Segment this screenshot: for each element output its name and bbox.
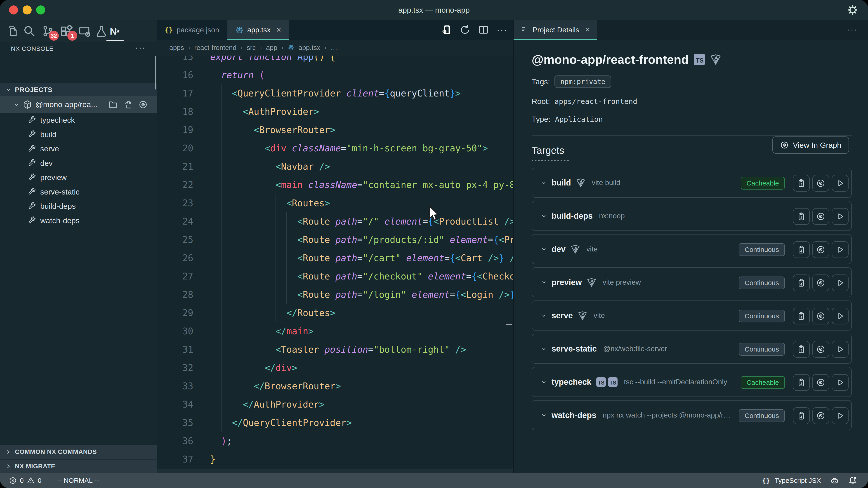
view-in-graph-target-button[interactable] — [812, 274, 829, 291]
chevron-down-icon[interactable] — [541, 346, 547, 352]
chevron-down-icon[interactable] — [541, 379, 547, 385]
close-tab-icon[interactable]: × — [585, 25, 590, 35]
code-line[interactable]: 32</div> — [157, 359, 513, 377]
chevron-down-icon[interactable] — [541, 213, 547, 219]
focus-target-icon[interactable] — [138, 100, 148, 109]
folder-icon[interactable] — [109, 100, 118, 109]
target-card[interactable]: watch-deps npx nx watch --projects @mono… — [532, 400, 852, 430]
run-target-button[interactable] — [832, 308, 848, 324]
nx-migrate-section[interactable]: NX MIGRATE — [0, 459, 157, 473]
chevron-down-icon[interactable] — [541, 313, 547, 318]
code-line[interactable]: 30</main> — [157, 322, 513, 340]
pane-more-actions-icon[interactable]: ··· — [135, 43, 146, 53]
code-line[interactable]: 15export function App() { — [157, 56, 513, 66]
target-card[interactable]: typecheck TS TS tsc --build --emitDeclar… — [532, 367, 852, 397]
explorer-icon[interactable] — [5, 24, 20, 38]
projects-section-header[interactable]: PROJECTS — [0, 84, 157, 96]
view-in-graph-target-button[interactable] — [812, 175, 829, 192]
code-line[interactable]: 34</AuthProvider> — [157, 395, 513, 414]
view-in-graph-target-button[interactable] — [812, 208, 829, 225]
panel-more-actions-icon[interactable]: ··· — [847, 25, 858, 35]
settings-gear-icon[interactable] — [846, 4, 859, 16]
language-mode[interactable]: {} TypeScript JSX — [762, 477, 821, 485]
code-line[interactable]: 25<Route path="/products/:id" element={<… — [157, 231, 513, 249]
copy-button[interactable] — [793, 408, 810, 424]
chevron-down-icon[interactable] — [541, 247, 547, 252]
code-line[interactable]: 17<QueryClientProvider client={queryClie… — [157, 84, 513, 103]
tab-package-json[interactable]: {} package.json — [157, 20, 227, 40]
copy-button[interactable] — [793, 341, 810, 358]
copy-button[interactable] — [793, 175, 810, 192]
bell-icon[interactable] — [848, 476, 857, 485]
problems-status[interactable]: 0 0 -- NORMAL -- — [9, 473, 99, 488]
code-line[interactable]: 26<Route path="/cart" element={<Cart />}… — [157, 249, 513, 267]
chevron-down-icon[interactable] — [541, 180, 547, 186]
split-editor-icon[interactable] — [478, 24, 489, 35]
code-line[interactable]: 31<Toaster position="bottom-right" /> — [157, 340, 513, 359]
breadcrumb-item[interactable]: … — [331, 44, 337, 52]
sidebar-scrollbar[interactable] — [155, 56, 156, 90]
target-card[interactable]: build vite build Cacheable — [532, 168, 852, 198]
common-nx-commands-section[interactable]: COMMON NX COMMANDS — [0, 445, 157, 459]
code-line[interactable]: 36); — [157, 432, 513, 450]
target-tree-item[interactable]: preview — [0, 170, 157, 185]
chevron-down-icon[interactable] — [541, 280, 547, 285]
refresh-icon[interactable] — [460, 24, 470, 35]
target-card[interactable]: build-deps nx:noop — [532, 201, 852, 231]
search-icon[interactable] — [22, 24, 37, 38]
view-in-graph-target-button[interactable] — [812, 341, 829, 358]
view-in-graph-button[interactable]: View In Graph — [772, 136, 849, 154]
target-tree-item[interactable]: typecheck — [0, 113, 157, 127]
copy-button[interactable] — [793, 374, 810, 391]
copy-button[interactable] — [793, 308, 810, 324]
chevron-down-icon[interactable] — [541, 413, 547, 418]
target-tree-item[interactable]: build-deps — [0, 199, 157, 214]
breadcrumb-item[interactable]: apps — [169, 44, 184, 52]
run-target-button[interactable] — [832, 274, 848, 291]
code-line[interactable]: 27<Route path="/checkout" element={<Chec… — [157, 267, 513, 286]
extensions-icon[interactable]: 1 — [59, 24, 74, 38]
open-config-icon[interactable] — [124, 100, 133, 109]
project-details-icon[interactable] — [441, 24, 452, 35]
code-line[interactable]: 29</Routes> — [157, 304, 513, 322]
run-target-button[interactable] — [832, 241, 848, 258]
run-target-button[interactable] — [832, 208, 848, 225]
run-target-button[interactable] — [832, 408, 848, 424]
run-target-button[interactable] — [832, 374, 848, 391]
copy-button[interactable] — [793, 241, 810, 258]
breadcrumb-item[interactable]: src — [247, 44, 256, 52]
code-line[interactable]: 22<main className="container mx-auto px-… — [157, 176, 513, 194]
project-tree-item[interactable]: @mono-app/rea... — [0, 96, 157, 113]
code-editor[interactable]: 15export function App() {16return (17<Qu… — [157, 56, 513, 473]
code-line[interactable]: 24<Route path="/" element={<ProductList … — [157, 213, 513, 231]
breadcrumb-item[interactable]: react-frontend — [194, 44, 237, 52]
breadcrumb-item[interactable]: app.tsx — [298, 44, 320, 52]
target-tree-item[interactable]: watch-deps — [0, 214, 157, 228]
target-card[interactable]: serve-static @nx/web:file-server Continu… — [532, 334, 852, 364]
code-line[interactable]: 35</QueryClientProvider> — [157, 414, 513, 432]
copy-button[interactable] — [793, 274, 810, 291]
source-control-icon[interactable]: 32 — [41, 24, 55, 38]
run-target-button[interactable] — [832, 341, 848, 358]
code-line[interactable]: 38 — [157, 468, 513, 473]
breadcrumb-item[interactable]: app — [266, 44, 277, 52]
view-in-graph-target-button[interactable] — [812, 241, 829, 258]
nx-console-icon[interactable]: N≥ — [107, 24, 122, 38]
code-line[interactable]: 33</BrowserRouter> — [157, 377, 513, 395]
close-tab-icon[interactable]: × — [276, 25, 281, 35]
code-line[interactable]: 21<Navbar /> — [157, 158, 513, 176]
code-line[interactable]: 18<AuthProvider> — [157, 103, 513, 121]
target-tree-item[interactable]: serve — [0, 142, 157, 156]
target-card[interactable]: serve vite Continuous — [532, 300, 852, 330]
target-card[interactable]: preview vite preview Continuous — [532, 267, 852, 297]
run-target-button[interactable] — [832, 175, 848, 192]
target-tree-item[interactable]: build — [0, 127, 157, 142]
target-tree-item[interactable]: dev — [0, 156, 157, 170]
target-tree-item[interactable]: serve-static — [0, 185, 157, 199]
remote-explorer-icon[interactable] — [77, 24, 92, 38]
tab-project-details[interactable]: Project Details × — [514, 20, 597, 40]
target-card[interactable]: dev vite Continuous — [532, 234, 852, 264]
view-in-graph-target-button[interactable] — [812, 308, 829, 324]
code-line[interactable]: 23<Routes> — [157, 194, 513, 213]
copy-button[interactable] — [793, 208, 810, 225]
